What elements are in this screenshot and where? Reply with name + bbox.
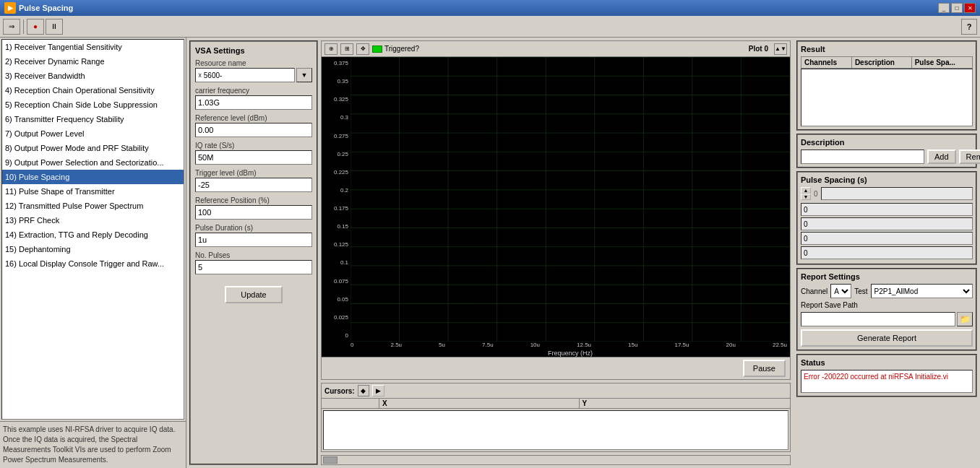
plot-pan-btn[interactable]: ✥ [356, 43, 369, 55]
y-tick: 0.2 [322, 187, 351, 194]
update-button[interactable]: Update [225, 286, 283, 303]
report-path-input[interactable] [801, 312, 955, 326]
sidebar-item-16[interactable]: 16) Local Display Console Trigger and Ra… [2, 256, 184, 271]
resource-name-dropdown[interactable]: ▼ [296, 68, 312, 82]
y-tick: 0.15 [322, 223, 351, 230]
sidebar-item-5[interactable]: 5) Reception Chain Side Lobe Suppression [2, 98, 184, 112]
status-text: Error -200220 occurred at niRFSA Initial… [801, 370, 973, 393]
close-button[interactable]: ✕ [964, 3, 976, 13]
plot-zoom-btn[interactable]: ⊕ [324, 43, 338, 55]
sidebar-item-1[interactable]: 1) Receiver Tangential Sensitivity [2, 40, 184, 54]
plot-crosshair-btn[interactable]: ⊞ [340, 43, 353, 55]
ref-position-input[interactable] [195, 205, 312, 220]
result-title: Result [801, 45, 973, 53]
stop-btn[interactable]: ● [27, 19, 44, 35]
iq-rate-label: IQ rate (S/s) [195, 142, 312, 150]
plot-settings-btn[interactable]: ▲▼ [774, 43, 787, 55]
sidebar-item-9[interactable]: 9) Output Power Selection and Sectorizat… [2, 155, 184, 170]
sidebar-item-10[interactable]: 10) Pulse Spacing [2, 170, 184, 184]
ps-value-display [821, 187, 973, 200]
vsa-settings-panel: VSA Settings Resource name ▼ carrier fre… [189, 40, 318, 465]
y-tick: 0.1 [322, 259, 351, 266]
report-test-label: Test [854, 287, 867, 295]
cursors-header: X Y [322, 399, 790, 409]
help-button[interactable]: ? [961, 19, 977, 35]
h-scrollbar[interactable] [321, 455, 791, 465]
ref-level-input[interactable] [195, 123, 312, 137]
pause-button[interactable]: Pause [743, 360, 786, 377]
x-tick: 10u [530, 342, 540, 348]
x-tick: 2.5u [390, 342, 402, 348]
maximize-button[interactable]: □ [951, 3, 963, 13]
resource-name-input[interactable] [195, 68, 295, 82]
sidebar-item-11[interactable]: 11) Pulse Shape of Transmitter [2, 184, 184, 199]
run-btn[interactable]: ⇒ [3, 19, 20, 35]
resource-name-group: Resource name ▼ [195, 59, 312, 82]
sidebar-item-13[interactable]: 13) PRF Check [2, 213, 184, 228]
plot-panel: ⊕ ⊞ ✥ Triggered? Plot 0 ▲▼ [321, 40, 791, 380]
report-channel-select[interactable]: A [830, 284, 851, 298]
ref-level-label: Reference level (dBm) [195, 114, 312, 122]
app-icon: ▶ [4, 2, 16, 14]
carrier-freq-group: carrier frequency [195, 87, 312, 110]
ps-spin-down[interactable]: ▼ [801, 194, 811, 200]
description-input[interactable] [801, 150, 924, 164]
trigger-level-input[interactable] [195, 178, 312, 192]
cursor-action-btn[interactable]: ▶ [372, 385, 384, 396]
plot-grid-area [351, 57, 790, 342]
generate-report-button[interactable]: Generate Report [801, 329, 973, 347]
pause-toolbar-btn[interactable]: ⏸ [46, 19, 63, 35]
description-row: Add Remove [801, 150, 973, 164]
y-tick: 0.075 [322, 278, 351, 285]
ps-value-row-1: 0 [801, 203, 973, 216]
triggered-label: Triggered? [384, 45, 419, 53]
plot-toolbar: ⊕ ⊞ ✥ Triggered? Plot 0 ▲▼ [322, 41, 790, 57]
no-pulses-group: No. Pulses [195, 251, 312, 274]
y-tick: 0.35 [322, 78, 351, 84]
trigger-led [372, 46, 382, 53]
carrier-freq-input[interactable] [195, 95, 312, 110]
window-title: Pulse Spacing [19, 4, 73, 12]
report-test-select[interactable]: P2P1_AllMod [871, 284, 973, 298]
sidebar-item-15[interactable]: 15) Dephantoming [2, 242, 184, 256]
pulse-spacing-spinner-row: ▲ ▼ 0 [801, 187, 973, 200]
h-scroll-thumb[interactable] [323, 456, 338, 464]
window-controls: _ □ ✕ [938, 3, 976, 13]
x-tick: 0 [351, 342, 353, 348]
iq-rate-input[interactable] [195, 150, 312, 165]
sidebar-item-14[interactable]: 14) Extraction, TTG and Reply Decoding [2, 228, 184, 242]
plot-title: Plot 0 [749, 45, 768, 53]
report-save-path-label: Report Save Path [801, 301, 973, 309]
sidebar-item-8[interactable]: 8) Output Power Mode and PRF Stability [2, 141, 184, 155]
minimize-button[interactable]: _ [938, 3, 950, 13]
no-pulses-input[interactable] [195, 260, 312, 274]
report-path-row: 📁 [801, 312, 973, 326]
result-body[interactable] [801, 69, 973, 126]
x-tick: 22.5u [773, 342, 787, 348]
add-button[interactable]: Add [927, 150, 956, 164]
cursor-scroll-col [778, 399, 790, 408]
sidebar-item-3[interactable]: 3) Receiver Bandwidth [2, 69, 184, 83]
sidebar-item-2[interactable]: 2) Receiver Dynamic Range [2, 54, 184, 69]
y-tick: 0.25 [322, 151, 351, 157]
x-axis: 0 2.5u 5u 7.5u 10u 12.5u 15u 17.5u 20u 2… [322, 342, 790, 348]
test-list[interactable]: 1) Receiver Tangential Sensitivity2) Rec… [1, 39, 184, 420]
x-axis-label: Frequency (Hz) [548, 350, 593, 357]
remove-button[interactable]: Remove [959, 150, 980, 164]
y-tick: 0.225 [322, 169, 351, 176]
folder-browse-btn[interactable]: 📁 [957, 312, 973, 326]
cursors-body[interactable] [323, 410, 788, 450]
sidebar-item-7[interactable]: 7) Output Power Level [2, 126, 184, 141]
sidebar-item-4[interactable]: 4) Reception Chain Operational Sensitivi… [2, 83, 184, 98]
y-tick: 0.025 [322, 314, 351, 321]
ps-value-row-2: 0 [801, 217, 973, 230]
sidebar-item-12[interactable]: 12) Transmitted Pulse Power Spectrum [2, 199, 184, 213]
cursor-y-header: Y [580, 399, 779, 408]
pulse-duration-input[interactable] [195, 233, 312, 247]
plot-area: 0.375 0.35 0.325 0.3 0.275 0.25 0.225 0.… [322, 57, 790, 342]
cursor-add-icon[interactable]: ◆ [358, 385, 369, 396]
sidebar-item-6[interactable]: 6) Transmitter Frequency Stability [2, 112, 184, 126]
y-axis: 0.375 0.35 0.325 0.3 0.275 0.25 0.225 0.… [322, 57, 351, 342]
report-channel-label: Channel [801, 287, 828, 295]
ps-spin-up[interactable]: ▲ [801, 187, 811, 194]
